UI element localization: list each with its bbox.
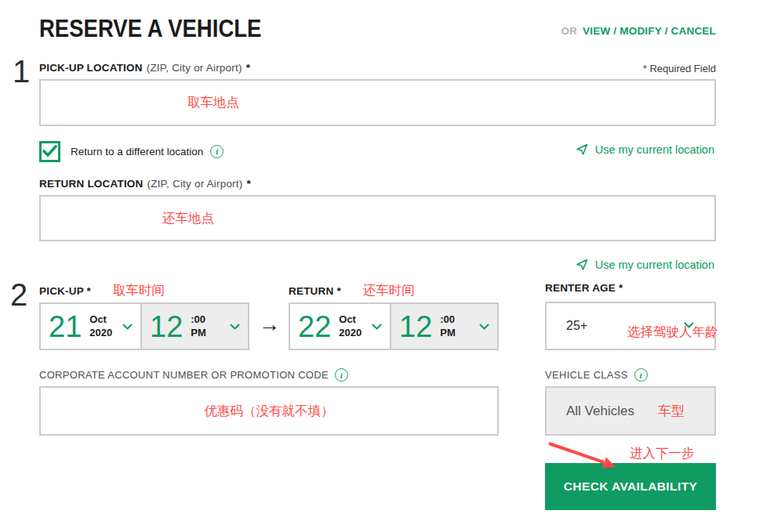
return-minute: :00 [440, 313, 456, 327]
pickup-datetime-label-row: PICK-UP * 取车时间 [39, 282, 165, 299]
page-title: RESERVE A VEHICLE [39, 14, 261, 43]
return-datetime-annotation: 还车时间 [363, 282, 415, 299]
pickup-location-label: PICK-UP LOCATION (ZIP, City or Airport) … [39, 62, 250, 74]
use-current-location-label: Use my current location [595, 143, 714, 156]
use-current-location-link-pickup[interactable]: Use my current location [576, 143, 714, 156]
return-day: 22 [298, 312, 331, 342]
pickup-location-label-hint: (ZIP, City or Airport) [147, 62, 242, 74]
step-2-number: 2 [10, 279, 27, 310]
vehicle-class-label-row: VEHICLE CLASS i [545, 368, 648, 382]
return-different-location-checkbox[interactable] [39, 141, 60, 162]
pickup-day: 21 [49, 312, 82, 342]
return-location-label: RETURN LOCATION (ZIP, City or Airport) * [39, 178, 251, 190]
corporate-code-label: CORPORATE ACCOUNT NUMBER OR PROMOTION CO… [39, 369, 329, 381]
return-location-annotation: 还车地点 [162, 210, 214, 227]
return-location-input[interactable]: 还车地点 [39, 195, 716, 241]
location-arrow-icon [576, 258, 589, 271]
pickup-ampm: PM [191, 327, 206, 340]
pickup-date-select[interactable]: 21 Oct 2020 [39, 302, 142, 350]
return-time-select[interactable]: 12 :00 PM [390, 302, 499, 350]
return-month-year: Oct 2020 [339, 313, 362, 340]
manage-reservation-links: OR VIEW / MODIFY / CANCEL [561, 25, 716, 37]
renter-age-value: 25+ [566, 319, 587, 333]
return-datetime-label-row: RETURN * 还车时间 [289, 282, 415, 299]
corporate-code-annotation: 优惠码（没有就不填） [205, 403, 334, 420]
pickup-time-select[interactable]: 12 :00 PM [140, 302, 249, 350]
pickup-minute: :00 [191, 313, 206, 327]
pickup-datetime-label: PICK-UP * [39, 285, 91, 297]
corporate-code-label-row: CORPORATE ACCOUNT NUMBER OR PROMOTION CO… [39, 368, 348, 382]
return-datetime-label: RETURN * [289, 285, 341, 297]
chevron-down-icon [230, 324, 240, 330]
next-step-annotation: 进入下一步 [630, 445, 695, 462]
renter-age-label: RENTER AGE * [545, 282, 623, 294]
info-icon[interactable]: i [634, 368, 648, 382]
required-asterisk: * [246, 62, 250, 74]
pickup-location-label-bold: PICK-UP LOCATION [39, 62, 143, 74]
location-arrow-icon [576, 143, 589, 156]
or-label: OR [561, 25, 577, 37]
return-location-label-hint: (ZIP, City or Airport) [147, 178, 243, 190]
pickup-location-input[interactable]: 取车地点 [39, 79, 716, 126]
vehicle-class-value: All Vehicles [566, 404, 634, 419]
return-ampm: PM [440, 327, 456, 340]
return-date-select[interactable]: 22 Oct 2020 [289, 302, 391, 350]
chevron-down-icon [122, 324, 133, 330]
renter-age-annotation: 选择驾驶人年龄 [627, 324, 718, 341]
use-current-location-label: Use my current location [595, 259, 714, 271]
required-asterisk: * [246, 178, 250, 190]
required-field-note: * Required Field [643, 63, 716, 74]
return-year: 2020 [339, 327, 362, 340]
corporate-code-input[interactable]: 优惠码（没有就不填） [39, 386, 499, 436]
view-modify-cancel-link[interactable]: VIEW / MODIFY / CANCEL [583, 25, 716, 37]
pickup-year: 2020 [89, 327, 112, 340]
chevron-down-icon [479, 324, 489, 330]
return-month: Oct [339, 313, 362, 327]
return-minute-ampm: :00 PM [440, 313, 456, 340]
use-current-location-link-return[interactable]: Use my current location [576, 258, 714, 271]
pickup-to-return-arrow: → [259, 313, 280, 337]
chevron-down-icon [372, 324, 382, 330]
reservation-page: RESERVE A VEHICLE OR VIEW / MODIFY / CAN… [0, 0, 774, 532]
return-different-location-row: Return to a different location i [39, 140, 223, 162]
check-mark-icon [42, 145, 57, 157]
info-icon[interactable]: i [210, 145, 223, 158]
pickup-minute-ampm: :00 PM [191, 313, 206, 340]
pickup-datetime-annotation: 取车时间 [113, 282, 165, 299]
pickup-location-annotation: 取车地点 [187, 94, 239, 111]
vehicle-class-annotation: 车型 [658, 402, 685, 420]
info-icon[interactable]: i [335, 368, 348, 382]
return-location-label-bold: RETURN LOCATION [39, 178, 144, 190]
red-annotation-arrow-icon [547, 440, 621, 472]
pickup-month: Oct [89, 313, 112, 327]
vehicle-class-label: VEHICLE CLASS [545, 369, 628, 381]
return-hour: 12 [399, 312, 432, 342]
pickup-hour: 12 [150, 312, 183, 342]
renter-age-label-row: RENTER AGE * [545, 282, 623, 294]
return-different-location-label: Return to a different location [71, 146, 203, 157]
vehicle-class-select[interactable]: All Vehicles 车型 [545, 386, 716, 436]
step-1-number: 1 [13, 56, 30, 87]
pickup-month-year: Oct 2020 [89, 313, 112, 340]
